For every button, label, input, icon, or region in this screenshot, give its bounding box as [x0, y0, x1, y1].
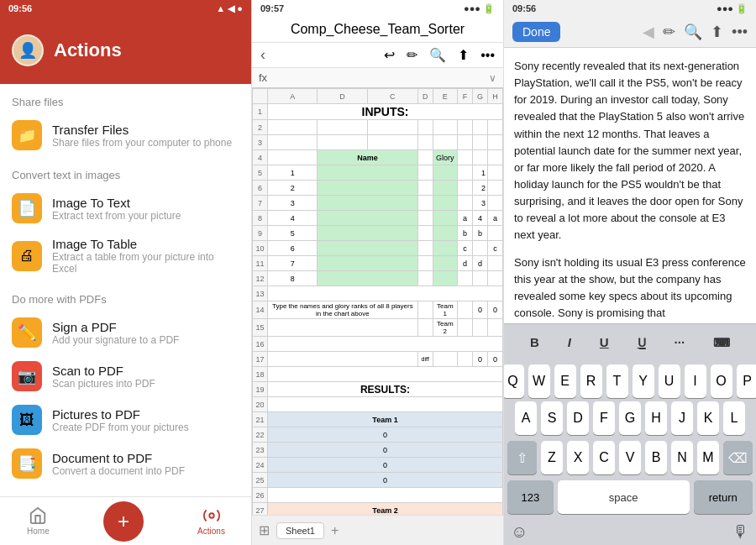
row-27: 27 Team 2 [253, 503, 503, 516]
formula-chevron: ∨ [489, 72, 496, 84]
sign-pdf-item[interactable]: ✏️ Sign a PDF Add your signature to a PD… [0, 311, 251, 354]
transfer-files-text: Transfer Files Share files from your com… [52, 123, 232, 149]
strikethrough-button[interactable]: U̲ [638, 336, 646, 349]
mic-icon[interactable]: 🎙 [732, 522, 749, 542]
back-icon[interactable]: ‹ [260, 46, 265, 64]
pictures-pdf-icon: 🖼 [12, 405, 42, 435]
status-bar-3: 09:56 ●●● 🔋 [504, 0, 756, 17]
sheet-tab-1[interactable]: Sheet1 [276, 522, 324, 539]
key-q[interactable]: Q [504, 364, 524, 398]
home-nav[interactable]: Home [27, 506, 50, 536]
key-i[interactable]: I [685, 364, 706, 398]
key-b[interactable]: B [645, 441, 667, 474]
home-label: Home [27, 527, 50, 536]
actions-nav[interactable]: Actions [197, 506, 225, 536]
more-text-icon[interactable]: ••• [732, 24, 748, 41]
doc-pdf-item[interactable]: 📑 Document to PDF Convert a document int… [0, 442, 251, 485]
fab-button[interactable]: + [103, 501, 144, 542]
key-r[interactable]: R [580, 364, 602, 398]
row-3: 3 [253, 135, 503, 150]
key-o[interactable]: O [711, 364, 732, 398]
share-icon[interactable]: ⬆ [458, 47, 469, 63]
actions-header: 👤 Actions [0, 17, 251, 84]
grid-icon[interactable]: ⊞ [259, 522, 270, 538]
transfer-files-item[interactable]: 📁 Transfer Files Share files from your c… [0, 113, 251, 157]
key-f[interactable]: F [593, 401, 615, 435]
italic-button[interactable]: I [568, 335, 571, 349]
emoji-icon[interactable]: ☺ [511, 522, 528, 542]
key-d[interactable]: D [567, 401, 589, 435]
num-key[interactable]: 123 [507, 480, 554, 514]
row-10: 10 6 cc [253, 241, 503, 256]
key-x[interactable]: X [567, 441, 589, 474]
doc-pdf-text: Document to PDF Convert a document into … [52, 451, 185, 477]
row-14: 14 Type the names and glory ranks of all… [253, 301, 503, 319]
keyboard-toggle-icon[interactable]: ⌨ [713, 336, 730, 349]
team2-label: Team 2 [433, 319, 457, 337]
search-text-icon[interactable]: 🔍 [684, 23, 702, 41]
key-s[interactable]: S [541, 401, 563, 435]
status-icons-2: ●●● 🔋 [464, 3, 495, 14]
doc-pdf-name: Document to PDF [52, 451, 185, 465]
row-11: 11 7 dd [253, 256, 503, 271]
svg-point-0 [209, 513, 214, 518]
key-p[interactable]: P [737, 364, 757, 398]
sheet-toolbar-icons: ↩ ✏ 🔍 ⬆ ••• [384, 47, 495, 63]
key-t[interactable]: T [606, 364, 628, 398]
key-a[interactable]: A [515, 401, 537, 435]
delete-key[interactable]: ⌫ [723, 441, 753, 474]
key-l[interactable]: L [723, 401, 745, 435]
row-18: 18 [253, 367, 503, 382]
space-key[interactable]: space [558, 480, 690, 514]
key-u[interactable]: U [659, 364, 680, 398]
sign-pdf-desc: Add your signature to a PDF [52, 334, 179, 346]
underline-button[interactable]: U [600, 335, 609, 349]
row-21: 21 Team 1 [253, 412, 503, 427]
key-z[interactable]: Z [541, 441, 563, 474]
col-h: H [487, 89, 502, 104]
image-to-table-item[interactable]: 🖨 Image To Table Extract a table from yo… [0, 230, 251, 281]
key-j[interactable]: J [671, 401, 693, 435]
return-key[interactable]: return [694, 480, 753, 514]
key-k[interactable]: K [697, 401, 719, 435]
back-text-icon[interactable]: ◀ [643, 23, 654, 41]
scan-pdf-desc: Scan pictures into PDF [52, 378, 155, 390]
key-n[interactable]: N [671, 441, 693, 474]
scan-pdf-item[interactable]: 📷 Scan to PDF Scan pictures into PDF [0, 354, 251, 398]
undo-icon[interactable]: ↩ [384, 47, 395, 63]
scan-pdf-text: Scan to PDF Scan pictures into PDF [52, 364, 155, 390]
doc-pdf-icon: 📑 [12, 448, 42, 479]
key-y[interactable]: Y [633, 364, 654, 398]
key-c[interactable]: C [593, 441, 615, 474]
results-team1: Team 1 [268, 412, 503, 427]
redo-icon[interactable]: ✏ [407, 47, 417, 63]
section-convert: Convert text in images [0, 157, 251, 186]
key-g[interactable]: G [619, 401, 641, 435]
more-format-button[interactable]: ··· [675, 335, 685, 349]
shift-key[interactable]: ⇧ [507, 441, 537, 474]
section-share: Share files [0, 84, 251, 113]
edit-icon[interactable]: ✏ [663, 23, 675, 41]
keyboard-area: Q W E R T Y U I O P A S D F G H J K L ⇧ … [504, 360, 756, 545]
doc-pdf-desc: Convert a document into PDF [52, 465, 185, 477]
key-v[interactable]: V [619, 441, 641, 474]
bold-button[interactable]: B [530, 335, 539, 349]
pictures-pdf-item[interactable]: 🖼 Pictures to PDF Create PDF from your p… [0, 398, 251, 442]
more-icon[interactable]: ••• [480, 48, 495, 63]
text-editor-panel: 09:56 ●●● 🔋 Done ◀ ✏ 🔍 ⬆ ••• Sony recent… [504, 0, 756, 545]
pictures-pdf-desc: Create PDF from your pictures [52, 422, 189, 433]
done-button[interactable]: Done [512, 22, 560, 42]
image-to-text-item[interactable]: 📄 Image To Text Extract text from your p… [0, 186, 251, 230]
key-e[interactable]: E [554, 364, 576, 398]
key-w[interactable]: W [528, 364, 550, 398]
key-h[interactable]: H [645, 401, 667, 435]
add-sheet-icon[interactable]: + [331, 523, 339, 538]
row-7: 7 3 3 [253, 196, 503, 211]
image-to-text-icon: 📄 [12, 193, 42, 223]
key-m[interactable]: M [697, 441, 719, 474]
col-header-blank [253, 89, 268, 104]
sheet-toolbar: ‹ ↩ ✏ 🔍 ⬆ ••• [252, 43, 503, 68]
formula-bar: fx ∨ [252, 68, 503, 88]
search-icon[interactable]: 🔍 [429, 47, 446, 63]
export-icon[interactable]: ⬆ [711, 23, 723, 41]
